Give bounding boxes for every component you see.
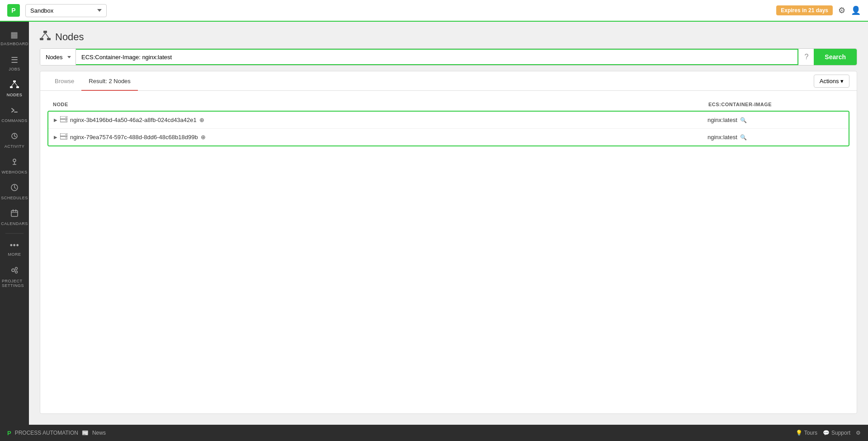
sidebar-item-label: MORE (8, 252, 21, 257)
sidebar-item-dashboard[interactable]: ▦ DASHBOARD (0, 25, 29, 51)
sidebar-item-label: DASHBOARD (0, 42, 28, 46)
sidebar-item-webhooks[interactable]: WEBHOOKS (0, 153, 29, 179)
topbar: P Sandbox Expires in 21 days ⚙ 👤 (0, 0, 868, 22)
image-value: nginx:latest (708, 134, 737, 141)
image-search-icon[interactable]: 🔍 (740, 117, 747, 123)
schedules-icon (10, 183, 19, 194)
sidebar-item-label: COMMANDS (1, 118, 28, 123)
search-input[interactable] (76, 49, 798, 65)
sidebar-item-nodes[interactable]: NODES (0, 76, 29, 102)
svg-point-16 (15, 267, 18, 270)
sandbox-select[interactable]: Sandbox (25, 4, 107, 17)
tabs-row: Browse Result: 2 Nodes Actions ▾ (40, 71, 857, 91)
bottombar-news-icon: 📰 (82, 430, 89, 436)
support-icon: 💬 (823, 430, 830, 436)
sidebar-item-label: PROJECT SETTINGS (2, 279, 27, 288)
bottombar-news-link[interactable]: News (92, 430, 106, 436)
svg-point-30 (66, 137, 66, 138)
dashboard-icon: ▦ (10, 30, 19, 40)
search-button[interactable]: Search (814, 49, 857, 65)
tours-icon: 💡 (796, 430, 802, 436)
support-link[interactable]: 💬 Support (823, 430, 850, 436)
sidebar-item-project-settings[interactable]: PROJECT SETTINGS (0, 261, 29, 292)
server-icon (60, 133, 67, 141)
svg-point-7 (13, 159, 16, 162)
topbar-right: Expires in 21 days ⚙ 👤 (776, 5, 861, 15)
node-cell: ▶ nginx-3b4196bd-4a50-46a2-a8fb-024cd43a… (54, 116, 708, 124)
sidebar: ▦ DASHBOARD ☰ JOBS NODES (0, 22, 29, 425)
bottombar-settings-icon[interactable]: ⚙ (856, 430, 861, 436)
sidebar-item-jobs[interactable]: ☰ JOBS (0, 51, 29, 76)
svg-point-26 (66, 120, 66, 121)
svg-rect-18 (43, 31, 47, 33)
main-content: Nodes Nodes ? Search Browse Result: 2 No… (29, 22, 868, 425)
node-link-icon[interactable]: ⊕ (199, 117, 204, 123)
col-node-header: NODE (53, 102, 708, 107)
commands-icon (10, 106, 19, 117)
image-value: nginx:latest (708, 117, 737, 123)
tab-browse[interactable]: Browse (47, 71, 81, 91)
search-bar-inner: Nodes ? Search (40, 48, 857, 66)
sidebar-item-more[interactable]: ••• MORE (0, 236, 29, 261)
svg-line-21 (42, 33, 45, 38)
tours-link[interactable]: 💡 Tours (796, 430, 817, 436)
actions-button[interactable]: Actions ▾ (814, 75, 849, 88)
svg-line-4 (14, 82, 18, 86)
sidebar-item-commands[interactable]: COMMANDS (0, 102, 29, 127)
sidebar-item-label: JOBS (9, 67, 20, 71)
svg-rect-2 (16, 86, 19, 88)
logo-icon: P (7, 4, 20, 17)
expires-badge: Expires in 21 days (776, 5, 833, 15)
project-settings-icon (10, 266, 19, 277)
svg-rect-20 (47, 38, 51, 40)
settings-icon[interactable]: ⚙ (838, 5, 845, 15)
user-icon[interactable]: 👤 (851, 5, 861, 15)
svg-line-22 (45, 33, 49, 38)
svg-point-25 (66, 117, 66, 118)
bottombar-logo: P (7, 430, 11, 436)
expand-icon[interactable]: ▶ (54, 135, 57, 140)
sidebar-item-label: CALENDARS (1, 221, 28, 226)
col-image-header: ECS:CONTAINER-IMAGE (708, 102, 844, 107)
svg-rect-19 (40, 38, 43, 40)
image-cell: nginx:latest 🔍 (708, 117, 843, 123)
page-title: Nodes (55, 31, 84, 43)
more-icon: ••• (10, 241, 19, 250)
search-bar: Nodes ? Search (29, 48, 868, 71)
nodes-icon (10, 80, 19, 91)
image-search-icon[interactable]: 🔍 (740, 134, 747, 141)
server-icon (60, 116, 67, 124)
expand-icon[interactable]: ▶ (54, 117, 57, 122)
table-row: ▶ nginx-79ea7574-597c-488d-8dd6-48c68b18… (48, 129, 849, 145)
svg-rect-1 (10, 86, 13, 88)
page-header: Nodes (29, 22, 868, 48)
svg-line-3 (11, 82, 14, 86)
sidebar-item-label: WEBHOOKS (2, 170, 28, 174)
page-nodes-icon (40, 31, 51, 43)
sidebar-item-schedules[interactable]: SCHEDULES (0, 179, 29, 205)
node-cell: ▶ nginx-79ea7574-597c-488d-8dd6-48c68b18… (54, 133, 708, 141)
bottombar-right: 💡 Tours 💬 Support ⚙ (796, 430, 861, 436)
node-name: nginx-3b4196bd-4a50-46a2-a8fb-024cd43a42… (70, 117, 197, 123)
sidebar-item-calendars[interactable]: CALENDARS (0, 205, 29, 230)
activity-icon (10, 132, 19, 142)
support-label: Support (831, 430, 850, 436)
table-row: ▶ nginx-3b4196bd-4a50-46a2-a8fb-024cd43a… (48, 112, 849, 129)
node-link-icon[interactable]: ⊕ (201, 134, 206, 141)
jobs-icon: ☰ (11, 55, 19, 65)
help-icon-button[interactable]: ? (798, 49, 814, 65)
results-table: NODE ECS:CONTAINER-IMAGE ▶ (40, 91, 857, 154)
node-type-select[interactable]: Nodes (40, 49, 76, 65)
table-header: NODE ECS:CONTAINER-IMAGE (47, 98, 849, 111)
tab-result[interactable]: Result: 2 Nodes (81, 71, 138, 91)
svg-rect-0 (13, 80, 16, 82)
nodes-list: ▶ nginx-3b4196bd-4a50-46a2-a8fb-024cd43a… (47, 111, 849, 146)
content-area: Browse Result: 2 Nodes Actions ▾ NODE EC… (40, 71, 857, 414)
sidebar-item-activity[interactable]: ACTIVITY (0, 127, 29, 153)
sidebar-divider (5, 233, 24, 234)
svg-point-29 (66, 134, 66, 135)
svg-rect-11 (11, 211, 18, 216)
webhooks-icon (10, 158, 19, 168)
calendars-icon (10, 209, 19, 220)
topbar-left: P Sandbox (7, 4, 107, 17)
